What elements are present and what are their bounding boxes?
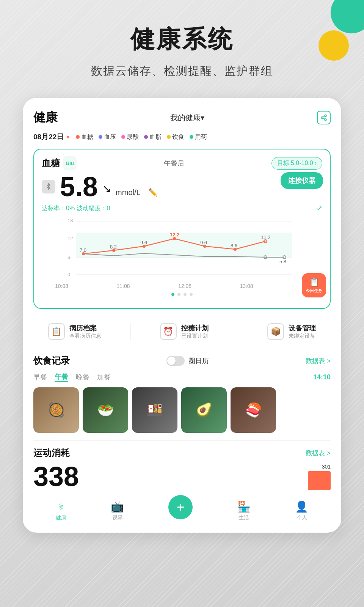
svg-text:8.2: 8.2: [110, 244, 117, 250]
svg-text:8.6: 8.6: [231, 243, 237, 248]
svg-text:12.2: 12.2: [170, 232, 179, 237]
food-image-3[interactable]: 🍱: [132, 387, 177, 433]
food-image-5[interactable]: 🍣: [231, 387, 276, 433]
share-button[interactable]: [317, 111, 331, 124]
bluetooth-icon: [42, 180, 55, 193]
tab-breakfast[interactable]: 早餐: [33, 373, 47, 382]
nav-health[interactable]: ⚕ 健康: [56, 500, 66, 521]
life-nav-label: 生活: [238, 514, 249, 521]
toggle-label: 圈日历: [188, 356, 209, 365]
dropdown-button[interactable]: 我的健康▾: [170, 113, 204, 123]
profile-nav-label: 个人: [297, 514, 307, 521]
blood-sugar-card: 血糖 Glu 午餐后 目标:5.0-10.0 › 5.8 ↘ mmol/L ✏️: [33, 149, 331, 309]
quick-item-device[interactable]: 📦 设备管理 未绑定设备: [267, 323, 316, 340]
legend-blood-sugar[interactable]: 血糖: [76, 133, 93, 141]
page-header: 健康系统 数据云储存、检测提醒、监护群组: [0, 0, 364, 90]
chart-page-indicators: [42, 293, 322, 296]
expand-icon[interactable]: ⤢: [317, 204, 322, 212]
svg-point-1: [321, 117, 323, 119]
phone-card: 健康 我的健康▾ 08月22日 ▼ 血糖 血压 尿酸 血脂: [23, 98, 341, 533]
card-header: 健康 我的健康▾: [33, 109, 331, 126]
connect-device-button[interactable]: 连接仪器: [281, 172, 323, 189]
edit-icon[interactable]: ✏️: [148, 188, 158, 197]
bs-unit: mmol/L: [116, 188, 141, 197]
diet-section: 饮食记录 圈日历 数据表 > 早餐 午餐 晚餐 加餐 14:10 🥘 🥗: [33, 355, 331, 433]
bs-target-badge[interactable]: 目标:5.0-10.0 ›: [271, 157, 322, 170]
medical-record-icon: 📋: [48, 323, 65, 340]
bs-meal-label[interactable]: 午餐后: [164, 159, 184, 168]
add-button[interactable]: +: [168, 495, 193, 519]
legend-uric-acid[interactable]: 尿酸: [121, 133, 139, 141]
tab-dinner[interactable]: 晚餐: [76, 373, 89, 382]
dot-blood-pressure: [99, 135, 102, 139]
svg-text:9.6: 9.6: [140, 240, 147, 245]
tab-lunch[interactable]: 午餐: [55, 372, 68, 382]
bs-trend-arrow: ↘: [102, 182, 111, 195]
add-icon: +: [177, 499, 185, 515]
diet-title: 饮食记录: [33, 355, 70, 367]
chart-dot-2: [177, 293, 180, 296]
divider-1: [130, 323, 131, 340]
svg-text:18: 18: [67, 218, 73, 223]
blood-sugar-chart: 18 12 6 0: [42, 215, 322, 280]
legend-blood-fat[interactable]: 血脂: [144, 133, 162, 141]
food-image-4[interactable]: 🥑: [181, 387, 227, 433]
meal-time: 14:10: [313, 373, 331, 381]
exercise-section: 运动消耗 数据表 > 338 301: [33, 440, 331, 490]
svg-line-4: [323, 116, 325, 117]
exercise-chart: 301: [308, 464, 331, 490]
exercise-bar: [308, 471, 331, 490]
bs-stats: 达标率：0% 波动幅度：0 ⤢: [42, 204, 322, 212]
svg-line-3: [323, 118, 325, 119]
food-image-2[interactable]: 🥗: [83, 387, 128, 433]
svg-text:5.8: 5.8: [279, 259, 286, 264]
svg-text:7.0: 7.0: [80, 247, 86, 253]
tab-snack[interactable]: 加餐: [97, 373, 111, 382]
circle-calendar-toggle[interactable]: [166, 356, 185, 366]
diet-data-link[interactable]: 数据表 >: [306, 357, 331, 365]
svg-text:9.6: 9.6: [200, 240, 207, 245]
legend-medication[interactable]: 用药: [190, 133, 207, 141]
legend-diet[interactable]: 饮食: [167, 133, 184, 141]
svg-point-2: [325, 119, 326, 121]
life-nav-icon: 🏪: [237, 500, 251, 513]
divider-2: [238, 323, 238, 340]
dot-blood-sugar: [76, 135, 80, 139]
svg-text:0: 0: [67, 272, 70, 277]
exercise-header: 运动消耗 数据表 >: [33, 447, 331, 459]
exercise-value: 338: [33, 463, 79, 490]
legend-blood-pressure[interactable]: 血压: [99, 133, 116, 141]
date-display[interactable]: 08月22日 ▼: [33, 132, 71, 142]
svg-text:11.2: 11.2: [261, 234, 270, 240]
diet-toggle-area: 圈日历: [166, 356, 209, 366]
exercise-title: 运动消耗: [33, 447, 70, 459]
bs-title: 血糖 Glu: [42, 156, 77, 170]
bs-card-header: 血糖 Glu 午餐后 目标:5.0-10.0 ›: [42, 156, 322, 170]
nav-profile[interactable]: 👤 个人: [295, 500, 308, 521]
food-image-1[interactable]: 🥘: [33, 387, 79, 433]
bs-value: 5.8: [60, 173, 98, 200]
nav-world[interactable]: 📺 视界: [111, 500, 124, 521]
bottom-nav: ⚕ 健康 📺 视界 + 🏪 生活 👤 个人: [33, 494, 331, 525]
today-task-button[interactable]: 📋 今日任务: [302, 273, 326, 297]
svg-rect-13: [76, 233, 292, 258]
health-nav-icon: ⚕: [58, 500, 64, 513]
svg-text:12: 12: [67, 236, 73, 241]
quick-item-medical-record[interactable]: 📋 病历档案 查看病历信息: [48, 323, 101, 340]
chart-xaxis: 10:08 11:08 12:08 13:08 14:08: [42, 283, 322, 289]
exercise-data-link[interactable]: 数据表 >: [306, 449, 331, 458]
page-subtitle: 数据云储存、检测提醒、监护群组: [15, 63, 349, 79]
device-icon: 📦: [267, 323, 284, 340]
world-nav-label: 视界: [112, 514, 123, 521]
nav-life[interactable]: 🏪 生活: [237, 500, 251, 521]
today-task-icon: 📋: [309, 277, 319, 287]
dot-blood-fat: [144, 135, 148, 139]
quick-item-sugar-plan[interactable]: ⏰ 控糖计划 已设置计划: [160, 323, 209, 340]
food-images-row: 🥘 🥗 🍱 🥑 🍣: [33, 387, 331, 433]
bs-value-row: 5.8 ↘ mmol/L ✏️: [42, 173, 322, 200]
dot-diet: [167, 135, 171, 139]
page-title: 健康系统: [15, 23, 349, 56]
exercise-value-row: 338 301: [33, 463, 331, 490]
card-title: 健康: [33, 109, 58, 126]
dot-medication: [190, 135, 193, 139]
